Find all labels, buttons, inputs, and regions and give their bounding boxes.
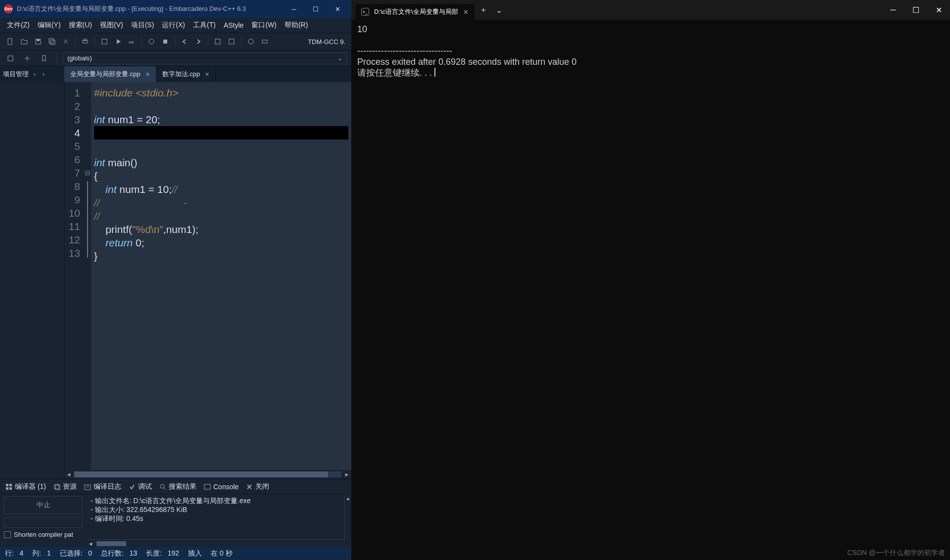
close-tab-icon[interactable]: ✕ <box>463 8 469 16</box>
menu-run[interactable]: 运行(X) <box>158 20 189 31</box>
code-text[interactable]: #include <stdio.h> int num1 = 20; int ma… <box>91 82 351 470</box>
tab-compiler[interactable]: 编译器 (1) <box>2 481 49 492</box>
menu-help[interactable]: 帮助(R) <box>281 20 312 31</box>
menu-tools[interactable]: 工具(T) <box>189 20 220 31</box>
maximize-button[interactable]: ☐ <box>306 2 326 16</box>
menu-astyle[interactable]: AStyle <box>220 20 247 30</box>
scroll-left-icon[interactable]: ◄ <box>64 470 73 479</box>
status-time: 在 0 秒 <box>211 549 233 558</box>
tool-icon[interactable] <box>244 35 257 48</box>
watermark: CSDN @一个什么都学的初学者 <box>847 547 945 558</box>
project-sidebar[interactable] <box>0 82 64 479</box>
program-output: 10 <box>357 24 367 34</box>
bookmark-icon[interactable] <box>38 52 50 65</box>
sidebar-tab-label[interactable]: 项目管理 <box>3 70 29 79</box>
titlebar[interactable]: Dev D:\c语言文件\全局变量与局部变量.cpp - [Executing]… <box>0 0 351 18</box>
status-col: 列: 1 <box>32 549 50 558</box>
open-file-icon[interactable] <box>18 35 31 48</box>
compile-run-icon[interactable]: AB <box>126 35 139 48</box>
minimize-button[interactable]: ─ <box>882 0 904 20</box>
globals-dropdown[interactable]: (globals) <box>63 52 347 64</box>
menu-edit[interactable]: 编辑(Y) <box>34 20 65 31</box>
abort-button[interactable]: 中止 <box>4 496 83 514</box>
separator-line: -------------------------------- <box>357 46 452 56</box>
separator <box>175 37 175 47</box>
menu-file[interactable]: 文件(Z) <box>3 20 34 31</box>
scroll-right-icon[interactable]: ► <box>342 470 351 479</box>
file-tab-label: 全局变量与局部变量.cpp <box>70 70 141 79</box>
terminal-titlebar[interactable]: >_ D:\c语言文件\全局变量与局部 ✕ ＋ ⌄ ─ ☐ ✕ <box>351 0 950 20</box>
tab-dropdown-icon[interactable]: ⌄ <box>492 3 506 17</box>
tab-debug[interactable]: 调试 <box>125 481 155 492</box>
checkbox-label: Shorten compiler pat <box>14 531 73 538</box>
compile-icon[interactable] <box>98 35 111 48</box>
save-icon[interactable] <box>32 35 45 48</box>
close-tab-icon[interactable]: ✕ <box>145 71 150 78</box>
tab-compile-log[interactable]: 编译日志 <box>81 481 124 492</box>
menu-search[interactable]: 搜索(U) <box>65 20 96 31</box>
terminal-tab-title: D:\c语言文件\全局变量与局部 <box>374 7 458 16</box>
menu-project[interactable]: 项目(S) <box>127 20 158 31</box>
close-tab-icon[interactable]: ✕ <box>205 71 209 78</box>
close-button[interactable]: ✕ <box>328 2 347 16</box>
checkbox-icon[interactable] <box>4 531 11 538</box>
fold-gutter[interactable]: ⊟ <box>84 82 91 470</box>
close-file-icon[interactable] <box>59 35 72 48</box>
debug-icon[interactable] <box>145 35 158 48</box>
terminal-tab[interactable]: >_ D:\c语言文件\全局变量与局部 ✕ <box>355 4 475 20</box>
code-editor[interactable]: 1 2 3 4 5 6 7 8 9 10 11 12 13 ⊟ <box>64 82 351 479</box>
shorten-path-checkbox[interactable]: Shorten compiler pat <box>4 531 83 538</box>
terminal-output[interactable]: 10 -------------------------------- Proc… <box>351 20 950 560</box>
log-vscrollbar[interactable]: ▲ <box>344 494 351 539</box>
misc-icon[interactable] <box>225 35 238 48</box>
path-input[interactable] <box>4 517 83 528</box>
minimize-button[interactable]: ─ <box>284 2 304 16</box>
svg-rect-26 <box>204 484 210 489</box>
app-logo-icon: Dev <box>4 4 13 13</box>
ide-window: Dev D:\c语言文件\全局变量与局部变量.cpp - [Executing]… <box>0 0 351 560</box>
log-hscrollbar[interactable]: ◄ <box>87 539 344 547</box>
print-icon[interactable] <box>79 35 92 48</box>
menu-window[interactable]: 窗口(W) <box>247 20 281 31</box>
statusbar: 行: 4 列: 1 已选择: 0 总行数: 13 长度: 192 插入 在 0 … <box>0 547 351 560</box>
svg-rect-12 <box>229 39 234 44</box>
goto-icon[interactable] <box>211 35 224 48</box>
tab-search-results[interactable]: 搜索结果 <box>156 481 199 492</box>
redo-icon[interactable] <box>192 35 205 48</box>
svg-rect-17 <box>9 484 12 486</box>
maximize-button[interactable]: ☐ <box>904 0 927 20</box>
status-total: 总行数: 13 <box>101 549 137 558</box>
separator <box>142 37 142 47</box>
stop-icon[interactable] <box>159 35 172 48</box>
svg-rect-2 <box>37 39 40 41</box>
log-controls: 中止 Shorten compiler pat <box>0 494 87 547</box>
toolbar: AB TDM-GCC 9. <box>0 33 351 50</box>
fold-marker-icon[interactable]: ⊟ <box>84 166 91 180</box>
separator <box>56 53 57 63</box>
editor-hscrollbar[interactable]: ◄ ► <box>64 470 351 479</box>
cursor-icon <box>434 68 435 77</box>
tab-next-icon[interactable]: › <box>41 71 47 78</box>
tab-console[interactable]: Console <box>200 482 241 492</box>
file-tab-active[interactable]: 全局变量与局部变量.cpp ✕ <box>64 66 156 82</box>
tab-resource[interactable]: 资源 <box>50 481 80 492</box>
tool2-icon[interactable] <box>258 35 271 48</box>
menu-view[interactable]: 视图(V) <box>96 20 127 31</box>
log-output[interactable]: - 输出文件名: D:\c语言文件\全局变量与局部变量.exe - 输出大小: … <box>87 494 351 547</box>
svg-rect-14 <box>262 40 267 43</box>
file-tab[interactable]: 数字加法.cpp ✕ <box>156 66 216 82</box>
undo-icon[interactable] <box>178 35 191 48</box>
compiler-selector[interactable]: TDM-GCC 9. <box>308 38 347 46</box>
close-button[interactable]: ✕ <box>927 0 950 20</box>
tab-close[interactable]: 关闭 <box>242 481 272 492</box>
new-file-icon[interactable] <box>4 35 17 48</box>
separator <box>208 37 208 47</box>
class-icon[interactable] <box>21 52 34 65</box>
tab-prev-icon[interactable]: ‹ <box>32 71 38 78</box>
project-icon[interactable] <box>4 52 17 65</box>
new-tab-button[interactable]: ＋ <box>476 3 490 17</box>
run-icon[interactable] <box>112 35 125 48</box>
svg-rect-22 <box>85 485 91 490</box>
scroll-thumb[interactable] <box>74 471 328 477</box>
save-all-icon[interactable] <box>46 35 58 48</box>
